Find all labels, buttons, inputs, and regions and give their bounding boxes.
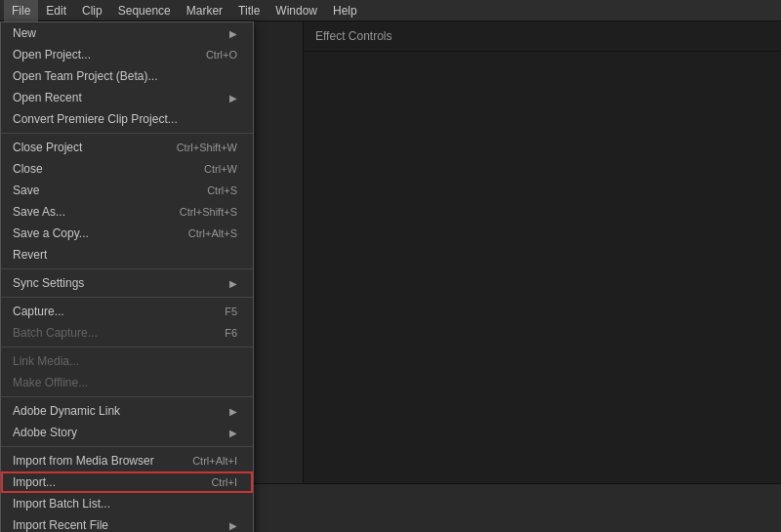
submenu-arrow-dynamic-link: ▶ (229, 406, 237, 417)
menu-item-import[interactable]: Import... Ctrl+I (1, 471, 253, 493)
submenu-arrow-story: ▶ (229, 428, 237, 438)
submenu-arrow-import-recent: ▶ (229, 520, 237, 531)
menu-item-capture[interactable]: Capture... F5 (1, 301, 253, 322)
submenu-arrow-sync: ▶ (229, 278, 237, 289)
menu-item-revert[interactable]: Revert (1, 244, 253, 266)
menu-item-new[interactable]: New ▶ (1, 22, 253, 44)
submenu-arrow-new: ▶ (229, 28, 237, 39)
menu-title[interactable]: Title (230, 0, 267, 21)
menu-item-save[interactable]: Save Ctrl+S (1, 180, 253, 201)
menu-item-open-recent[interactable]: Open Recent ▶ (1, 87, 253, 108)
separator-2 (1, 268, 253, 269)
menu-item-make-offline[interactable]: Make Offline... (1, 372, 253, 393)
separator-1 (1, 133, 253, 134)
menu-item-open-project[interactable]: Open Project... Ctrl+O (1, 44, 253, 65)
submenu-arrow-open-recent: ▶ (229, 93, 237, 103)
separator-6 (1, 446, 253, 447)
menu-sequence[interactable]: Sequence (110, 0, 179, 21)
menu-bar: File Edit Clip Sequence Marker Title Win… (0, 0, 781, 21)
menu-item-save-as[interactable]: Save As... Ctrl+Shift+S (1, 201, 253, 223)
menu-window[interactable]: Window (267, 0, 325, 21)
menu-item-adobe-story[interactable]: Adobe Story ▶ (1, 422, 253, 443)
separator-3 (1, 297, 253, 298)
file-dropdown-menu: New ▶ Open Project... Ctrl+O Open Team P… (0, 21, 254, 532)
menu-item-import-from-media-browser[interactable]: Import from Media Browser Ctrl+Alt+I (1, 450, 253, 471)
menu-file[interactable]: File (4, 0, 38, 21)
effect-controls-header: Effect Controls (304, 21, 781, 52)
menu-item-import-batch-list[interactable]: Import Batch List... (1, 493, 253, 514)
menu-item-import-recent-file[interactable]: Import Recent File ▶ (1, 514, 253, 532)
menu-item-sync-settings[interactable]: Sync Settings ▶ (1, 272, 253, 294)
menu-item-convert-premiere[interactable]: Convert Premiere Clip Project... (1, 108, 253, 130)
menu-item-close-project[interactable]: Close Project Ctrl+Shift+W (1, 137, 253, 158)
menu-edit[interactable]: Edit (38, 0, 74, 21)
menu-clip[interactable]: Clip (74, 0, 110, 21)
menu-marker[interactable]: Marker (179, 0, 230, 21)
menu-item-link-media[interactable]: Link Media... (1, 350, 253, 372)
menu-help[interactable]: Help (325, 0, 365, 21)
menu-item-save-copy[interactable]: Save a Copy... Ctrl+Alt+S (1, 223, 253, 244)
separator-4 (1, 347, 253, 348)
menu-item-close[interactable]: Close Ctrl+W (1, 158, 253, 180)
separator-5 (1, 396, 253, 397)
menu-item-batch-capture[interactable]: Batch Capture... F6 (1, 322, 253, 344)
menu-item-adobe-dynamic-link[interactable]: Adobe Dynamic Link ▶ (1, 400, 253, 422)
right-panel: Effect Controls (303, 21, 781, 532)
menu-item-open-team-project[interactable]: Open Team Project (Beta)... (1, 65, 253, 87)
